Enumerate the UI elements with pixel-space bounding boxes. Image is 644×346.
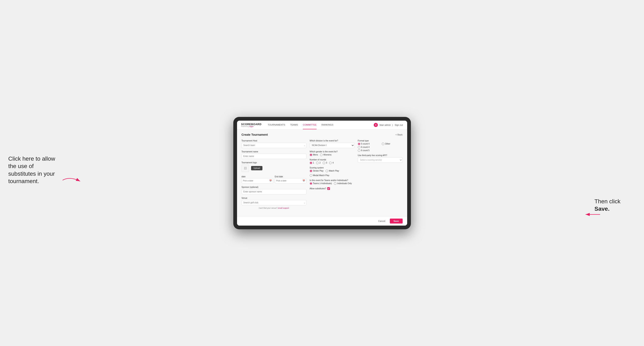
nav-bar: SCOREBOARD Powered by clippd TOURNAMENTS… bbox=[237, 121, 407, 130]
format-6count4-radio[interactable] bbox=[358, 146, 360, 149]
date-row: date 📅 End date bbox=[242, 174, 306, 183]
logo-powered: Powered by clippd bbox=[241, 126, 262, 127]
form-col-left: Tournament Host ⌄ Tournament name Tourna bbox=[242, 140, 306, 209]
dropdown-icon: ⌄ bbox=[304, 144, 305, 146]
left-arrow bbox=[62, 174, 82, 186]
division-select[interactable]: NCAA Division I NCAA Division II NCAA Di… bbox=[310, 143, 354, 148]
sign-out-link[interactable]: Sign out bbox=[394, 124, 403, 126]
format-empty bbox=[382, 146, 403, 149]
form-col-right: Format type 5 count 4 Other bbox=[358, 140, 403, 209]
api-select[interactable]: Select a scoring service bbox=[358, 157, 403, 163]
upload-button[interactable]: Upload bbox=[251, 166, 263, 170]
format-other[interactable]: Other bbox=[382, 143, 403, 145]
event-teams-label: Teams (+Individuals) bbox=[313, 182, 332, 184]
date-group: date 📅 End date bbox=[242, 174, 306, 183]
event-individuals-radio[interactable] bbox=[334, 182, 336, 185]
logo-area: SCOREBOARD Powered by clippd bbox=[241, 123, 262, 127]
event-type-radio-group: Teams (+Individuals) Individuals Only bbox=[310, 182, 354, 185]
format-5count4-radio[interactable] bbox=[358, 143, 360, 145]
tablet-device: SCOREBOARD Powered by clippd TOURNAMENTS… bbox=[233, 117, 411, 229]
rounds-4-label: 4 bbox=[332, 162, 334, 164]
scoring-match-label: Match Play bbox=[329, 170, 339, 172]
user-name: blair admin bbox=[380, 124, 391, 126]
event-individuals[interactable]: Individuals Only bbox=[334, 182, 352, 185]
rounds-label: Number of rounds bbox=[310, 159, 354, 161]
scoring-medal-label: Medal Match Play bbox=[313, 174, 329, 176]
scoring-match-radio[interactable] bbox=[326, 170, 328, 172]
end-date-input[interactable] bbox=[276, 179, 302, 182]
format-6count5[interactable]: 6 count 5 bbox=[358, 149, 379, 152]
format-group: Format type 5 count 4 Other bbox=[358, 140, 403, 152]
page-title: Create Tournament bbox=[242, 133, 268, 136]
gender-mens-label: Mens bbox=[313, 154, 318, 156]
rounds-1-radio[interactable] bbox=[310, 162, 312, 164]
user-avatar: B bbox=[374, 123, 378, 127]
sponsor-input[interactable] bbox=[242, 189, 306, 194]
allow-subs-label[interactable]: Allow substitutes? bbox=[310, 187, 354, 190]
event-teams[interactable]: Teams (+Individuals) bbox=[310, 182, 332, 185]
tournament-name-group: Tournament name bbox=[242, 151, 306, 159]
tournament-logo-group: Tournament logo 🖼 Upload bbox=[242, 162, 306, 172]
right-arrow bbox=[584, 210, 601, 219]
event-individuals-label: Individuals Only bbox=[337, 182, 352, 184]
format-5count4[interactable]: 5 count 4 bbox=[358, 143, 379, 145]
calendar-icon-end: 📅 bbox=[302, 179, 305, 182]
format-other-label: Other bbox=[385, 143, 390, 145]
rounds-2-label: 2 bbox=[320, 162, 321, 164]
scoring-stroke-radio[interactable] bbox=[310, 170, 312, 172]
format-options: 5 count 4 Other 6 count 4 bbox=[358, 143, 403, 152]
nav-teams[interactable]: TEAMS bbox=[290, 121, 298, 129]
gender-womens[interactable]: Womens bbox=[320, 154, 332, 156]
rounds-3-radio[interactable] bbox=[323, 162, 325, 164]
nav-tournaments[interactable]: TOURNAMENTS bbox=[268, 121, 285, 129]
format-6count5-label: 6 count 5 bbox=[361, 149, 370, 152]
scoring-group: Scoring system Stroke Play Match Play bbox=[310, 167, 354, 177]
tournament-name-input[interactable] bbox=[242, 154, 306, 159]
gender-mens[interactable]: Mens bbox=[310, 154, 318, 156]
back-link[interactable]: < Back bbox=[396, 133, 403, 136]
page-header: Create Tournament < Back bbox=[242, 133, 403, 136]
left-annotation: Click here to allow the use of substitut… bbox=[8, 155, 62, 185]
rounds-4[interactable]: 4 bbox=[329, 162, 334, 164]
scoring-medal-radio[interactable] bbox=[310, 174, 312, 177]
page-footer: Cancel Save bbox=[237, 216, 407, 226]
cancel-button[interactable]: Cancel bbox=[376, 219, 388, 223]
save-button[interactable]: Save bbox=[390, 219, 403, 223]
api-label: Use third-party live scoring API? bbox=[358, 154, 403, 157]
format-6count4[interactable]: 6 count 4 bbox=[358, 146, 379, 149]
allow-subs-checkbox[interactable] bbox=[327, 187, 330, 190]
format-other-radio[interactable] bbox=[382, 143, 384, 145]
rounds-group: Number of rounds 1 2 bbox=[310, 159, 354, 164]
format-6count5-radio[interactable] bbox=[358, 149, 360, 152]
start-date-input[interactable] bbox=[243, 179, 269, 182]
gender-mens-radio[interactable] bbox=[310, 154, 312, 156]
scoring-match[interactable]: Match Play bbox=[326, 170, 339, 172]
end-date-wrapper: 📅 bbox=[275, 178, 306, 183]
gender-womens-radio[interactable] bbox=[320, 154, 322, 156]
sponsor-label: Sponsor (optional) bbox=[242, 186, 306, 188]
rounds-4-radio[interactable] bbox=[329, 162, 332, 164]
end-date-group: End date 📅 bbox=[275, 174, 306, 183]
scoring-medal[interactable]: Medal Match Play bbox=[310, 174, 329, 177]
start-date-wrapper: 📅 bbox=[242, 178, 273, 183]
event-teams-radio[interactable] bbox=[310, 182, 312, 185]
division-select-wrapper: NCAA Division I NCAA Division II NCAA Di… bbox=[310, 143, 354, 148]
allow-subs-group: Allow substitutes? bbox=[310, 187, 354, 190]
division-label: Which division is the event for? bbox=[310, 140, 354, 142]
sponsor-group: Sponsor (optional) bbox=[242, 186, 306, 194]
rounds-2-radio[interactable] bbox=[316, 162, 318, 164]
nav-committee[interactable]: COMMITTEE bbox=[303, 121, 316, 129]
rounds-1[interactable]: 1 bbox=[310, 162, 314, 164]
email-support-link[interactable]: email support bbox=[278, 207, 289, 209]
rounds-3[interactable]: 3 bbox=[323, 162, 327, 164]
page-wrapper: Click here to allow the use of substitut… bbox=[8, 117, 636, 229]
scoring-stroke[interactable]: Stroke Play bbox=[310, 170, 324, 172]
logo-placeholder: 🖼 bbox=[242, 165, 249, 172]
rounds-2[interactable]: 2 bbox=[316, 162, 321, 164]
nav-rankings[interactable]: RANKINGS bbox=[322, 121, 333, 129]
pipe: | bbox=[392, 124, 393, 126]
event-type-group: Is this event for Teams and/or Individua… bbox=[310, 179, 354, 185]
tournament-host-input[interactable] bbox=[242, 143, 306, 148]
nav-user: B blair admin | Sign out bbox=[374, 123, 403, 127]
venue-input[interactable] bbox=[242, 200, 306, 205]
